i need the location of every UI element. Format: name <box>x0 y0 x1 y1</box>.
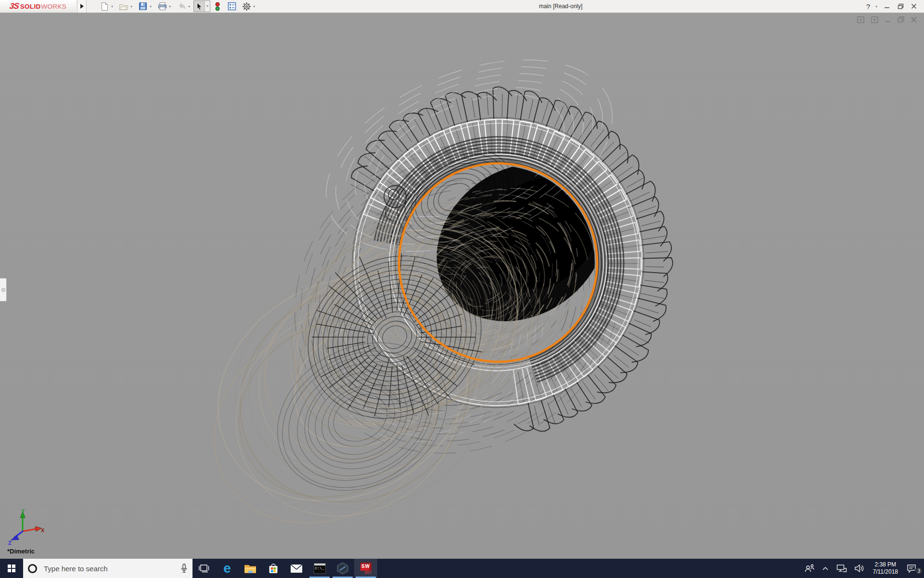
people-icon <box>805 564 814 573</box>
save-dropdown-caret[interactable]: ▾ <box>148 4 153 9</box>
child-window-controls <box>857 16 917 23</box>
network-icon <box>836 564 847 573</box>
options-button[interactable] <box>241 1 252 12</box>
menu-expand-arrow[interactable] <box>77 0 87 13</box>
speaker-icon <box>855 564 864 573</box>
select-tool-group: ▾ <box>193 0 210 12</box>
window-controls: ? ▾ <box>865 0 919 13</box>
child-restore-icon[interactable] <box>898 16 905 23</box>
new-dropdown-caret[interactable]: ▾ <box>110 4 115 9</box>
document-title: main [Read-only] <box>539 0 583 13</box>
screen: 3S SOLID WORKS ▾ ▾ ▾ ▾ ▾ <box>0 0 924 578</box>
open-folder-icon <box>119 2 128 11</box>
dassault-3ds-icon: 3S <box>9 1 20 11</box>
rebuild-button[interactable] <box>212 1 223 12</box>
file-properties-button[interactable] <box>227 1 237 12</box>
taskbar-apps: e C:\_ SW 2017 <box>192 559 377 578</box>
solidworks-logo: 3S SOLID WORKS <box>0 0 76 13</box>
microphone-icon <box>180 564 188 573</box>
select-dropdown-caret[interactable]: ▾ <box>205 1 210 12</box>
cortana-icon <box>28 564 37 573</box>
start-button[interactable] <box>0 559 23 578</box>
print-button[interactable] <box>157 1 167 12</box>
logo-text-works: WORKS <box>41 3 67 10</box>
new-document-button[interactable] <box>99 1 110 12</box>
title-bar: 3S SOLID WORKS ▾ ▾ ▾ ▾ ▾ <box>0 0 924 13</box>
help-dropdown-caret[interactable]: ▾ <box>874 4 879 9</box>
taskbar: e C:\_ SW 2017 <box>0 559 924 578</box>
task-view-button[interactable] <box>192 559 216 578</box>
notification-badge: 3 <box>915 567 923 575</box>
collapse-right-pane-icon[interactable] <box>871 16 879 23</box>
right-triangle-icon <box>80 4 84 9</box>
file-explorer-icon <box>244 564 257 574</box>
hexagon-app-button[interactable] <box>331 559 354 578</box>
toolbar: ▾ ▾ ▾ ▾ ▾ ▾ <box>99 0 257 13</box>
undo-dropdown-caret[interactable]: ▾ <box>187 4 192 9</box>
undo-button[interactable] <box>176 1 187 12</box>
svg-text:Y: Y <box>21 508 25 514</box>
task-pane-tab[interactable] <box>0 278 7 302</box>
task-view-icon <box>198 564 210 573</box>
child-minimize-icon[interactable] <box>885 16 891 23</box>
command-prompt-icon: C:\_ <box>314 563 326 574</box>
solidworks-2017-icon: SW 2017 <box>360 563 372 575</box>
store-icon <box>268 563 279 574</box>
cursor-arrow-icon <box>196 2 203 10</box>
mail-icon <box>290 564 303 573</box>
network-button[interactable] <box>833 559 851 578</box>
search-input[interactable] <box>43 564 180 573</box>
edge-button[interactable]: e <box>216 559 239 578</box>
taskbar-search[interactable] <box>23 559 192 578</box>
svg-text:X: X <box>41 527 45 533</box>
taskbar-clock[interactable]: 2:38 PM 7/11/2018 <box>868 561 903 576</box>
new-document-icon <box>101 2 108 11</box>
restore-icon <box>898 3 904 9</box>
chevron-up-icon <box>822 566 829 571</box>
restore-button[interactable] <box>895 1 906 12</box>
pane-handle-icon <box>1 288 5 292</box>
open-button[interactable] <box>118 1 129 12</box>
svg-text:Z: Z <box>8 540 12 546</box>
close-icon <box>911 3 917 9</box>
solidworks-app-button[interactable]: SW 2017 <box>354 559 377 578</box>
printer-icon <box>158 2 167 11</box>
clock-time: 2:38 PM <box>874 561 896 568</box>
close-button[interactable] <box>909 1 919 12</box>
tray-overflow-button[interactable] <box>818 559 833 578</box>
child-close-icon[interactable] <box>911 16 917 23</box>
people-button[interactable] <box>801 559 818 578</box>
graphics-viewport[interactable]: Y X Z *Dimetric <box>0 13 924 559</box>
help-button[interactable]: ? <box>865 2 871 11</box>
action-center-button[interactable]: 3 <box>903 559 924 578</box>
save-button[interactable] <box>138 1 148 12</box>
orientation-triad: Y X Z <box>7 508 45 546</box>
minimize-button[interactable] <box>882 1 892 12</box>
gear-icon <box>242 2 251 11</box>
options-dropdown-caret[interactable]: ▾ <box>252 4 257 9</box>
collapse-left-pane-icon[interactable] <box>857 16 865 23</box>
properties-list-icon <box>228 2 236 11</box>
clock-date: 7/11/2018 <box>873 568 898 576</box>
hexagon-app-icon <box>336 562 349 575</box>
view-orientation-label: *Dimetric <box>7 548 35 555</box>
volume-button[interactable] <box>851 559 868 578</box>
logo-text-solid: SOLID <box>20 3 41 10</box>
mail-button[interactable] <box>285 559 308 578</box>
select-tool-button[interactable] <box>194 1 205 12</box>
undo-arrow-icon <box>177 2 186 10</box>
command-prompt-button[interactable]: C:\_ <box>308 559 331 578</box>
save-floppy-icon <box>139 2 147 11</box>
file-explorer-button[interactable] <box>239 559 262 578</box>
engine-wireframe-model <box>0 13 924 559</box>
system-tray: 2:38 PM 7/11/2018 3 <box>801 559 924 578</box>
store-button[interactable] <box>262 559 285 578</box>
windows-logo-icon <box>8 565 16 573</box>
print-dropdown-caret[interactable]: ▾ <box>167 4 172 9</box>
edge-icon: e <box>223 562 231 575</box>
stoplight-icon <box>215 2 220 11</box>
minimize-icon <box>884 3 890 9</box>
open-dropdown-caret[interactable]: ▾ <box>129 4 134 9</box>
